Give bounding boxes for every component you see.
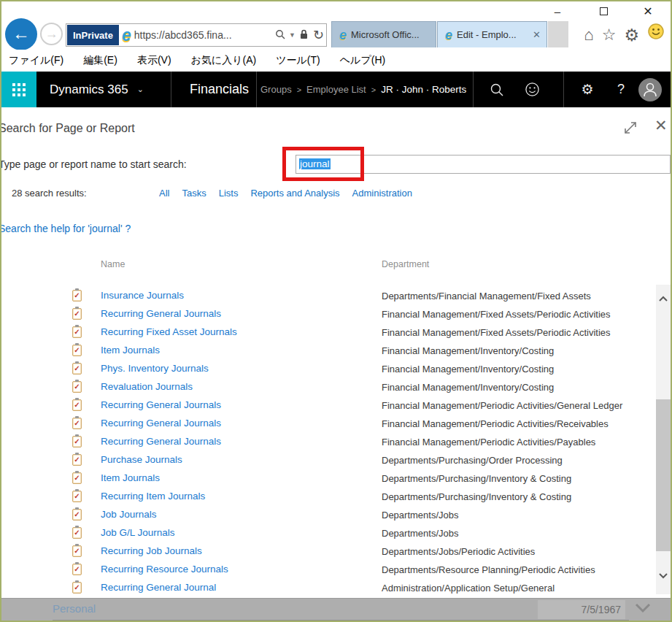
breadcrumb-item[interactable]: Employee List (306, 84, 366, 95)
menu-item[interactable]: ツール(T) (276, 54, 320, 67)
minimize-button[interactable]: – (547, 4, 568, 20)
result-department: Departments/Jobs (382, 510, 459, 521)
journal-clipboard-icon (72, 491, 82, 502)
dimmed-page-strip: Personal 7/5/1967 (1, 598, 671, 622)
journal-clipboard-icon (72, 399, 82, 411)
result-department: Departments/Purchasing/Inventory & Costi… (382, 491, 571, 502)
settings-gear-icon[interactable]: ⚙ (575, 72, 600, 107)
journal-clipboard-icon (72, 326, 82, 338)
menu-item[interactable]: 表示(V) (137, 54, 171, 67)
table-row[interactable]: Item Journals Departments/Purchasing/Inv… (1, 469, 656, 488)
table-row[interactable]: Recurring Job Journals Departments/Jobs/… (1, 542, 656, 561)
search-icon[interactable] (484, 72, 509, 107)
table-row[interactable]: Recurring Fixed Asset Journals Financial… (1, 323, 656, 342)
journal-clipboard-icon (72, 564, 82, 575)
table-row[interactable]: Revaluation Journals Financial Managemen… (1, 378, 656, 396)
result-name-link[interactable]: Recurring Item Journals (101, 491, 205, 502)
search-address-icon[interactable] (275, 29, 285, 42)
settings-gear-icon[interactable]: ⚙ (624, 23, 639, 47)
menu-item[interactable]: ヘルプ(H) (340, 54, 385, 67)
table-row[interactable]: Job G/L Journals Departments/Jobs (1, 524, 656, 542)
table-row[interactable]: Recurring General Journal Administration… (1, 579, 656, 597)
table-row[interactable]: Recurring General Journals Financial Man… (1, 433, 656, 451)
result-name-link[interactable]: Item Journals (101, 472, 160, 483)
result-name-link[interactable]: Recurring Job Journals (101, 545, 202, 556)
home-icon[interactable]: ⌂ (584, 23, 593, 47)
results-list: Insurance Journals Departments/Financial… (1, 287, 656, 597)
result-name-link[interactable]: Job G/L Journals (101, 527, 175, 538)
breadcrumb-item[interactable]: JR · John · Roberts (381, 84, 466, 95)
table-row[interactable]: Recurring Resource Journals Departments/… (1, 561, 656, 579)
breadcrumb-item[interactable]: Groups (260, 84, 292, 95)
result-name-link[interactable]: Recurring General Journal (101, 582, 216, 593)
forward-button[interactable]: → (40, 23, 63, 45)
table-row[interactable]: Phys. Inventory Journals Financial Manag… (1, 360, 656, 378)
refresh-icon[interactable]: ↻ (313, 27, 324, 43)
new-tab-button[interactable] (548, 21, 568, 47)
result-name-link[interactable]: Recurring General Journals (101, 399, 221, 410)
search-help-link[interactable]: Search the help for 'journal' ? (0, 223, 131, 234)
result-name-link[interactable]: Recurring Fixed Asset Journals (101, 326, 237, 337)
filter-link[interactable]: Reports and Analysis (250, 188, 339, 199)
filter-link[interactable]: Administration (352, 188, 412, 199)
result-name-link[interactable]: Revaluation Journals (101, 381, 193, 392)
filter-link[interactable]: Tasks (182, 188, 206, 199)
scrollbar-thumb[interactable] (656, 399, 671, 551)
filter-link[interactable]: Lists (219, 188, 239, 199)
result-name-link[interactable]: Insurance Journals (101, 290, 184, 301)
expand-dialog-icon[interactable] (622, 119, 639, 137)
smiley-feedback-icon[interactable] (647, 23, 665, 47)
scrollbar[interactable] (656, 285, 671, 594)
table-row[interactable]: Recurring General Journals Financial Man… (1, 415, 656, 433)
journal-clipboard-icon (72, 418, 82, 429)
table-row[interactable]: Recurring General Journals Financial Man… (1, 305, 656, 323)
result-department: Financial Management/Periodic Activities… (382, 437, 595, 448)
menu-item[interactable]: ファイル(F) (9, 54, 63, 67)
feedback-smiley-icon[interactable] (520, 72, 544, 107)
column-header-name: Name (101, 259, 125, 269)
url-text[interactable]: https://abcd365.fina... (134, 29, 273, 41)
result-name-link[interactable]: Job Journals (101, 509, 157, 520)
maximize-button[interactable] (592, 4, 614, 20)
address-bar[interactable]: InPrivate e https://abcd365.fina... ▼ ↻ (66, 23, 327, 47)
result-name-link[interactable]: Recurring General Journals (101, 308, 221, 319)
result-name-link[interactable]: Phys. Inventory Journals (101, 363, 209, 374)
search-dialog: Search for Page or Report ✕ Type page or… (1, 107, 671, 598)
result-name-link[interactable]: Recurring General Journals (101, 418, 221, 429)
scroll-down-icon[interactable] (656, 568, 671, 584)
filter-link[interactable]: All (159, 188, 169, 199)
favorites-star-icon[interactable]: ☆ (602, 23, 617, 47)
result-department: Financial Management/Periodic Activities… (382, 418, 609, 429)
chevron-down-icon: ⌄ (137, 85, 144, 94)
address-dropdown-caret[interactable]: ▼ (289, 31, 296, 39)
result-name-link[interactable]: Item Journals (101, 345, 160, 356)
table-row[interactable]: Job Journals Departments/Jobs (1, 506, 656, 524)
help-icon[interactable]: ? (609, 72, 633, 107)
tab-edit-employee[interactable]: e Edit - Emplo... ✕ (437, 21, 547, 47)
table-row[interactable]: Recurring Item Journals Departments/Purc… (1, 488, 656, 506)
result-department: Financial Management/Inventory/Costing (382, 364, 554, 375)
menu-item[interactable]: 編集(E) (83, 54, 117, 67)
result-department: Financial Management/Periodic Activities… (382, 400, 622, 411)
tab-microsoft-office[interactable]: e Microsoft Offic... (331, 21, 436, 47)
result-name-link[interactable]: Recurring Resource Journals (101, 564, 228, 575)
dialog-title: Search for Page or Report (0, 122, 135, 135)
browser-chrome: ← → InPrivate e https://abcd365.fina... … (1, 21, 671, 50)
table-row[interactable]: Recurring General Journals Financial Man… (1, 396, 656, 415)
back-button[interactable]: ← (5, 18, 37, 50)
close-window-button[interactable]: ✕ (637, 4, 659, 20)
table-row[interactable]: Item Journals Financial Management/Inven… (1, 342, 656, 360)
scroll-up-icon[interactable] (656, 291, 671, 307)
close-dialog-icon[interactable]: ✕ (654, 117, 668, 134)
tab-close-icon[interactable]: ✕ (528, 29, 541, 40)
column-header-department: Department (382, 259, 429, 269)
table-row[interactable]: Purchase Journals Departments/Purchasing… (1, 451, 656, 469)
table-row[interactable]: Insurance Journals Departments/Financial… (1, 287, 656, 305)
result-name-link[interactable]: Recurring General Journals (101, 436, 221, 447)
app-name[interactable]: Financials (190, 72, 249, 107)
result-name-link[interactable]: Purchase Journals (101, 454, 182, 465)
product-switcher[interactable]: Dynamics 365 ⌄ (50, 72, 144, 107)
user-avatar[interactable] (638, 72, 663, 107)
menu-item[interactable]: お気に入り(A) (191, 54, 257, 67)
app-launcher-button[interactable] (1, 72, 36, 107)
